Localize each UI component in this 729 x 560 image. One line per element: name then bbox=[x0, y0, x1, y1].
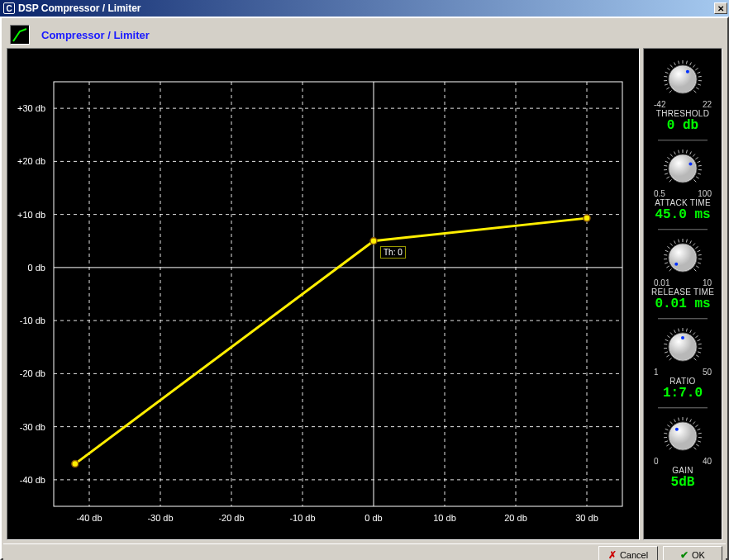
knob-threshold: -42 22 THRESHOLD 0 db bbox=[646, 54, 720, 135]
svg-line-134 bbox=[666, 444, 669, 446]
knob-max-attack: 100 bbox=[698, 189, 712, 198]
knob-max-ratio: 50 bbox=[703, 368, 712, 377]
compressor-icon bbox=[10, 25, 30, 45]
svg-text:30 db: 30 db bbox=[575, 513, 598, 523]
svg-line-45 bbox=[674, 63, 676, 66]
svg-line-115 bbox=[667, 335, 669, 337]
svg-line-122 bbox=[693, 333, 695, 335]
svg-line-105 bbox=[693, 268, 696, 271]
svg-line-149 bbox=[698, 433, 702, 434]
svg-line-109 bbox=[669, 358, 672, 360]
knob-min-ratio: 1 bbox=[654, 368, 659, 377]
svg-line-145 bbox=[690, 420, 692, 423]
svg-line-98 bbox=[693, 244, 695, 246]
svg-line-43 bbox=[667, 68, 669, 69]
knob-dial-release[interactable] bbox=[660, 235, 705, 280]
knob-min-release: 0.01 bbox=[654, 278, 669, 287]
svg-point-155 bbox=[669, 423, 696, 449]
svg-line-138 bbox=[665, 429, 669, 430]
transfer-curve-graph[interactable]: -40 db-30 db-20 db-10 db0 db10 db20 db30… bbox=[7, 48, 640, 540]
svg-line-50 bbox=[693, 65, 695, 68]
svg-line-57 bbox=[693, 90, 696, 93]
svg-text:0 db: 0 db bbox=[28, 263, 45, 273]
svg-line-144 bbox=[686, 418, 687, 421]
close-icon: ✕ bbox=[717, 4, 724, 13]
titlebar[interactable]: C DSP Compressor / Limiter ✕ bbox=[0, 0, 729, 17]
page-title: Compressor / Limiter bbox=[41, 29, 150, 41]
svg-line-152 bbox=[696, 444, 698, 446]
svg-line-91 bbox=[667, 246, 669, 248]
knob-ratio: 1 50 RATIO 1:7.0 bbox=[646, 321, 720, 402]
knob-label-release: RELEASE TIME bbox=[651, 287, 714, 297]
ok-icon: ✔ bbox=[680, 549, 688, 560]
knob-max-gain: 40 bbox=[703, 457, 712, 466]
svg-line-73 bbox=[690, 152, 692, 155]
knob-value-release: 0.01 ms bbox=[655, 297, 710, 311]
cancel-button[interactable]: ✗ Cancel bbox=[598, 546, 658, 560]
svg-line-76 bbox=[698, 161, 701, 163]
svg-line-87 bbox=[665, 263, 668, 263]
svg-point-36 bbox=[584, 215, 590, 221]
svg-line-39 bbox=[665, 84, 668, 85]
ok-button[interactable]: ✔ OK bbox=[663, 546, 722, 560]
svg-text:-10 db: -10 db bbox=[289, 513, 315, 523]
svg-line-90 bbox=[665, 250, 669, 252]
svg-line-70 bbox=[679, 150, 679, 154]
svg-line-53 bbox=[698, 76, 702, 77]
svg-line-48 bbox=[686, 61, 687, 64]
svg-text:-20 db: -20 db bbox=[218, 513, 244, 523]
svg-line-46 bbox=[679, 61, 679, 64]
svg-line-127 bbox=[698, 352, 701, 353]
ok-label: OK bbox=[692, 550, 705, 560]
svg-line-142 bbox=[679, 418, 679, 421]
knob-min-attack: 0.5 bbox=[654, 189, 665, 198]
knob-dial-ratio[interactable] bbox=[660, 325, 705, 369]
svg-line-86 bbox=[666, 266, 669, 268]
svg-line-140 bbox=[670, 422, 673, 425]
svg-line-101 bbox=[698, 254, 702, 255]
svg-line-80 bbox=[696, 177, 698, 178]
svg-line-89 bbox=[664, 254, 667, 255]
svg-line-148 bbox=[698, 429, 701, 430]
svg-text:-10 db: -10 db bbox=[20, 316, 45, 325]
svg-line-111 bbox=[665, 352, 668, 353]
knob-dial-attack[interactable] bbox=[660, 146, 705, 191]
knob-dial-threshold[interactable] bbox=[660, 57, 705, 102]
knob-min-gain: 0 bbox=[654, 457, 659, 466]
svg-point-34 bbox=[72, 461, 79, 467]
svg-line-146 bbox=[693, 422, 695, 425]
svg-line-116 bbox=[670, 333, 673, 335]
svg-line-129 bbox=[693, 358, 696, 360]
knob-value-gain: 5dB bbox=[671, 475, 695, 490]
knob-dial-gain[interactable] bbox=[660, 414, 705, 458]
knob-value-threshold: 0 db bbox=[667, 118, 698, 133]
svg-line-77 bbox=[698, 165, 702, 166]
svg-line-133 bbox=[669, 447, 672, 449]
svg-text:10 db: 10 db bbox=[433, 513, 456, 523]
svg-line-94 bbox=[679, 240, 679, 243]
svg-line-72 bbox=[686, 150, 687, 154]
close-button[interactable]: ✕ bbox=[714, 2, 727, 14]
svg-line-66 bbox=[665, 161, 669, 163]
knob-label-attack: ATTACK TIME bbox=[655, 198, 711, 207]
knob-label-threshold: THRESHOLD bbox=[656, 109, 709, 118]
svg-line-37 bbox=[669, 90, 672, 93]
svg-text:0 db: 0 db bbox=[364, 513, 382, 523]
svg-line-56 bbox=[696, 88, 698, 89]
cancel-label: Cancel bbox=[620, 550, 648, 560]
svg-text:-40 db: -40 db bbox=[76, 513, 102, 523]
svg-point-59 bbox=[669, 66, 696, 93]
svg-line-55 bbox=[698, 84, 701, 85]
knob-gain: 0 40 GAIN 5dB bbox=[646, 411, 720, 491]
svg-line-63 bbox=[665, 173, 668, 174]
svg-line-62 bbox=[666, 177, 669, 178]
svg-line-120 bbox=[686, 329, 687, 332]
svg-line-44 bbox=[670, 65, 673, 68]
svg-line-151 bbox=[698, 441, 701, 442]
svg-line-113 bbox=[664, 344, 667, 344]
svg-text:20 db: 20 db bbox=[504, 513, 527, 523]
svg-point-83 bbox=[669, 155, 696, 182]
svg-line-68 bbox=[670, 154, 673, 157]
svg-line-74 bbox=[693, 154, 695, 157]
svg-line-137 bbox=[664, 433, 667, 434]
